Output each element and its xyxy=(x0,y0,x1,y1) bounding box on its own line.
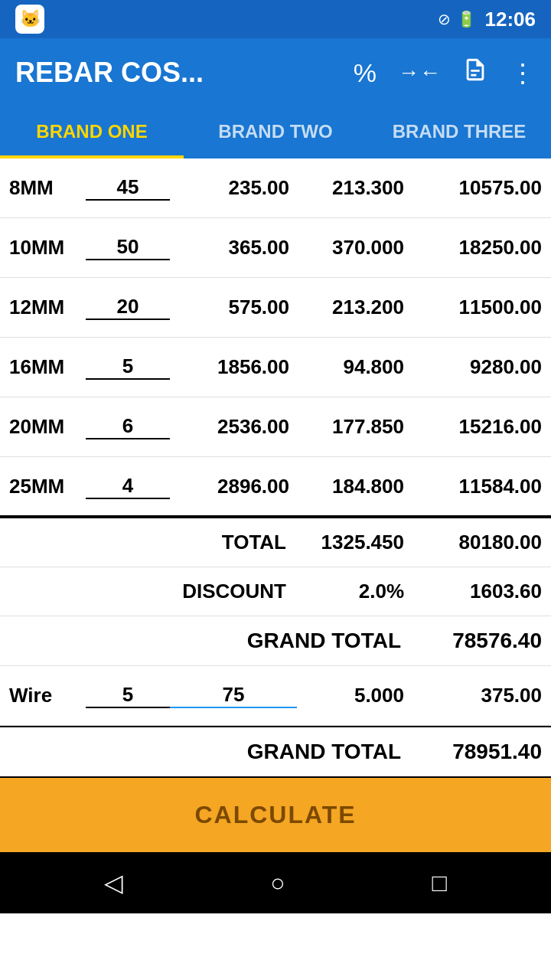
table-row: 12MM 20 575.00 213.200 11500.00 xyxy=(0,278,551,338)
qty-8mm[interactable]: 45 xyxy=(86,175,170,201)
price-25mm: 2896.00 xyxy=(170,475,297,498)
weight-12mm: 213.200 xyxy=(297,296,412,319)
price-10mm: 365.00 xyxy=(170,236,297,260)
qty-25mm[interactable]: 4 xyxy=(86,474,170,499)
weight-25mm: 184.800 xyxy=(297,475,412,498)
recent-button[interactable]: □ xyxy=(432,869,447,897)
app-icon xyxy=(15,5,44,34)
weight-16mm: 94.800 xyxy=(297,355,412,379)
total-row: TOTAL 1325.450 80180.00 xyxy=(0,518,551,567)
weight-20mm: 177.850 xyxy=(297,415,412,439)
total-10mm: 18250.00 xyxy=(412,236,542,260)
discount-label: DISCOUNT xyxy=(182,580,297,603)
more-menu-icon[interactable]: ⋮ xyxy=(510,57,536,88)
wire-price[interactable]: 75 xyxy=(170,683,297,708)
wire-total: 375.00 xyxy=(412,684,542,707)
size-10mm: 10MM xyxy=(9,236,86,260)
total-12mm: 11500.00 xyxy=(412,296,542,319)
final-grand-total-amount: 78951.40 xyxy=(412,740,542,764)
final-grand-total-row: GRAND TOTAL 78951.40 xyxy=(0,726,551,778)
grand-total-amount: 78576.40 xyxy=(412,629,542,653)
summary-section: TOTAL 1325.450 80180.00 DISCOUNT 2.0% 16… xyxy=(0,517,551,666)
wire-weight: 5.000 xyxy=(297,684,412,707)
table-row: 8MM 45 235.00 213.300 10575.00 xyxy=(0,158,551,218)
wire-label: Wire xyxy=(9,684,86,707)
battery-icon: 🔋 xyxy=(457,10,476,28)
size-16mm: 16MM xyxy=(9,355,86,379)
size-12mm: 12MM xyxy=(9,296,86,319)
qty-12mm[interactable]: 20 xyxy=(86,295,170,320)
size-8mm: 8MM xyxy=(9,176,86,200)
total-label: TOTAL xyxy=(222,531,297,554)
wire-row: Wire 5 75 5.000 375.00 xyxy=(0,666,551,726)
discount-row: DISCOUNT 2.0% 1603.60 xyxy=(0,567,551,616)
grand-total-label: GRAND TOTAL xyxy=(247,629,412,653)
tab-bar: BRAND ONE BRAND TWO BRAND THREE xyxy=(0,107,551,158)
table-row: 16MM 5 1856.00 94.800 9280.00 xyxy=(0,338,551,397)
grand-total-row: GRAND TOTAL 78576.40 xyxy=(0,616,551,666)
final-grand-total-label: GRAND TOTAL xyxy=(247,740,412,764)
app-bar: REBAR COS... % →← ⋮ xyxy=(0,38,551,107)
price-16mm: 1856.00 xyxy=(170,355,297,379)
table-row: 20MM 6 2536.00 177.850 15216.00 xyxy=(0,397,551,457)
app-bar-actions: % →← ⋮ xyxy=(354,57,536,89)
qty-20mm[interactable]: 6 xyxy=(86,414,170,439)
discount-pct: 2.0% xyxy=(297,580,412,603)
table-row: 10MM 50 365.00 370.000 18250.00 xyxy=(0,218,551,278)
total-16mm: 9280.00 xyxy=(412,355,542,379)
back-button[interactable]: ◁ xyxy=(104,868,123,897)
total-8mm: 10575.00 xyxy=(412,176,542,200)
app-title: REBAR COS... xyxy=(15,57,338,89)
signal-icon: ⊘ xyxy=(438,10,451,28)
status-bar: ⊘ 🔋 12:06 xyxy=(0,0,551,38)
weight-8mm: 213.300 xyxy=(297,176,412,200)
calculate-button[interactable]: CALCULATE xyxy=(0,778,551,852)
size-25mm: 25MM xyxy=(9,475,86,498)
weight-10mm: 370.000 xyxy=(297,236,412,260)
price-20mm: 2536.00 xyxy=(170,415,297,439)
tab-brand-one[interactable]: BRAND ONE xyxy=(0,107,184,156)
total-25mm: 11584.00 xyxy=(412,475,542,498)
discount-amount: 1603.60 xyxy=(412,580,542,603)
tab-brand-three[interactable]: BRAND THREE xyxy=(367,107,551,156)
nav-bar: ◁ ○ □ xyxy=(0,852,551,913)
qty-10mm[interactable]: 50 xyxy=(86,235,170,260)
data-table: 8MM 45 235.00 213.300 10575.00 10MM 50 3… xyxy=(0,158,551,778)
size-20mm: 20MM xyxy=(9,415,86,439)
status-icons: ⊘ 🔋 xyxy=(438,10,476,28)
document-icon[interactable] xyxy=(462,57,488,89)
home-button[interactable]: ○ xyxy=(270,869,285,897)
total-weight: 1325.450 xyxy=(297,531,412,554)
qty-16mm[interactable]: 5 xyxy=(86,354,170,380)
percent-icon[interactable]: % xyxy=(354,58,377,88)
price-8mm: 235.00 xyxy=(170,176,297,200)
price-12mm: 575.00 xyxy=(170,296,297,319)
status-time: 12:06 xyxy=(485,8,536,31)
total-amount: 80180.00 xyxy=(412,531,542,554)
wire-qty[interactable]: 5 xyxy=(86,683,170,708)
transfer-icon[interactable]: →← xyxy=(398,60,441,85)
table-row: 25MM 4 2896.00 184.800 11584.00 xyxy=(0,457,551,517)
tab-brand-two[interactable]: BRAND TWO xyxy=(184,107,367,156)
total-20mm: 15216.00 xyxy=(412,415,542,439)
